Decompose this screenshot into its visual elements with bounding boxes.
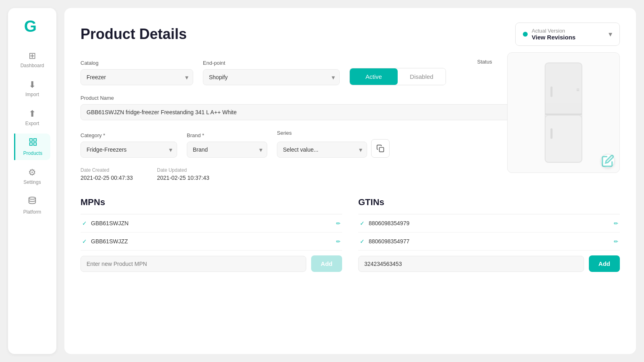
brand-select-wrapper: Brand [187, 142, 267, 158]
status-active-button[interactable]: Active [350, 68, 398, 85]
date-updated-value: 2021-02-25 10:37:43 [157, 175, 209, 181]
products-icon [29, 138, 37, 149]
svg-rect-6 [380, 148, 384, 152]
mpn-add-button[interactable]: Add [311, 255, 342, 272]
series-label: Series [277, 130, 390, 136]
edit-icon[interactable]: ✏ [336, 220, 341, 226]
gtin-input[interactable] [358, 256, 584, 272]
product-image-panel [507, 52, 620, 173]
category-group: Category * Fridge-Freezers [80, 132, 177, 158]
sidebar-item-label: Settings [23, 179, 41, 185]
status-disabled-button[interactable]: Disabled [398, 68, 446, 85]
mpns-title: MPNs [80, 197, 342, 208]
edit-icon[interactable]: ✏ [614, 220, 618, 226]
product-image [527, 60, 600, 165]
version-info: Actual Version View Revisions [532, 28, 605, 41]
catalog-label: Catalog [80, 60, 193, 66]
gtin-item-1: ✓ 8806098354977 ✏ [358, 232, 620, 251]
date-updated-group: Date Updated 2021-02-25 10:37:43 [157, 167, 209, 181]
series-group: Series Select value... [277, 130, 390, 158]
svg-point-5 [29, 197, 36, 200]
version-action: View Revisions [532, 34, 605, 41]
page-header: Product Details Actual Version View Revi… [80, 23, 620, 46]
edit-icon[interactable]: ✏ [336, 239, 341, 245]
check-icon: ✓ [82, 220, 87, 226]
gtins-panel: GTINs ✓ 8806098354979 ✏ ✓ 8806098354977 … [358, 197, 620, 272]
mpn-item-1: ✓ GBB61SWJZZ ✏ [80, 232, 342, 251]
svg-rect-1 [29, 139, 32, 141]
status-toggle: Active Disabled [349, 68, 446, 85]
brand-label: Brand * [187, 132, 267, 138]
sidebar-item-label: Export [25, 121, 39, 126]
endpoint-select[interactable]: Shopify [203, 69, 340, 85]
dashboard-icon: ⊞ [29, 51, 36, 61]
svg-rect-2 [33, 139, 36, 141]
mpn-input[interactable] [80, 256, 306, 272]
chevron-down-icon: ▾ [609, 30, 612, 39]
svg-text:G: G [24, 17, 37, 35]
check-icon: ✓ [360, 238, 365, 245]
import-icon: ⬇ [29, 80, 36, 90]
check-icon: ✓ [360, 220, 365, 226]
image-edit-button[interactable] [601, 154, 615, 168]
endpoint-label: End-point [203, 60, 340, 66]
page-title: Product Details [80, 26, 187, 43]
category-label: Category * [80, 132, 177, 138]
svg-rect-11 [551, 86, 553, 97]
date-created-group: Date Created 2021-02-25 00:47:33 [80, 167, 133, 181]
catalog-select[interactable]: Freezer [80, 69, 193, 85]
gtin-add-button[interactable]: Add [589, 255, 620, 272]
sidebar-item-products[interactable]: Products [14, 134, 50, 160]
gtin-add-row: Add [358, 255, 620, 272]
catalog-group: Catalog Freezer [80, 60, 193, 85]
series-select-wrapper: Select value... [277, 142, 367, 158]
sidebar-item-settings[interactable]: ⚙ Settings [14, 163, 50, 189]
svg-rect-3 [29, 143, 32, 145]
app-logo: G [23, 16, 42, 35]
bottom-section: MPNs ✓ GBB61SWJZN ✏ ✓ GBB61SWJZZ ✏ Add [80, 197, 620, 272]
sidebar-item-platform[interactable]: Platform [14, 192, 50, 219]
gtin-value: 8806098354979 [369, 220, 409, 226]
date-created-label: Date Created [80, 167, 133, 173]
mpn-item-0: ✓ GBB61SWJZN ✏ [80, 214, 342, 232]
category-select[interactable]: Fridge-Freezers [80, 142, 177, 158]
sidebar-item-export[interactable]: ⬆ Export [14, 105, 50, 130]
copy-button[interactable] [371, 139, 390, 158]
sidebar-item-dashboard[interactable]: ⊞ Dashboard [14, 47, 50, 72]
export-icon: ⬆ [29, 109, 36, 119]
check-icon: ✓ [82, 238, 87, 245]
brand-select[interactable]: Brand [187, 142, 267, 158]
main-content: Product Details Actual Version View Revi… [64, 8, 636, 354]
copy-icon [376, 144, 384, 152]
mpns-panel: MPNs ✓ GBB61SWJZN ✏ ✓ GBB61SWJZZ ✏ Add [80, 197, 342, 272]
brand-group: Brand * Brand [187, 132, 267, 158]
endpoint-group: End-point Shopify [203, 60, 340, 85]
platform-icon [28, 196, 37, 208]
gtin-item-0: ✓ 8806098354979 ✏ [358, 214, 620, 232]
mpn-add-row: Add [80, 255, 342, 272]
version-badge[interactable]: Actual Version View Revisions ▾ [515, 23, 620, 46]
category-select-wrapper: Fridge-Freezers [80, 142, 177, 158]
mpn-value: GBB61SWJZZ [91, 238, 128, 245]
sidebar-item-label: Platform [23, 209, 41, 215]
date-created-value: 2021-02-25 00:47:33 [80, 175, 133, 181]
catalog-select-wrapper: Freezer [80, 69, 193, 85]
sidebar-item-import[interactable]: ⬇ Import [14, 76, 50, 101]
date-updated-label: Date Updated [157, 167, 209, 173]
series-row: Select value... [277, 139, 390, 158]
sidebar: G ⊞ Dashboard ⬇ Import ⬆ Export Products… [8, 8, 56, 354]
version-label: Actual Version [532, 28, 605, 34]
sidebar-item-label: Dashboard [21, 63, 44, 68]
pencil-icon [601, 109, 614, 173]
sidebar-item-label: Products [23, 150, 42, 156]
mpn-value: GBB61SWJZN [91, 220, 128, 226]
edit-icon[interactable]: ✏ [614, 239, 618, 245]
series-select[interactable]: Select value... [277, 142, 367, 158]
svg-rect-4 [33, 143, 36, 145]
gtin-value: 8806098354977 [369, 238, 409, 245]
version-status-dot [523, 32, 528, 37]
svg-rect-9 [545, 115, 582, 162]
gtins-title: GTINs [358, 197, 620, 208]
endpoint-select-wrapper: Shopify [203, 69, 340, 85]
settings-icon: ⚙ [28, 167, 36, 178]
